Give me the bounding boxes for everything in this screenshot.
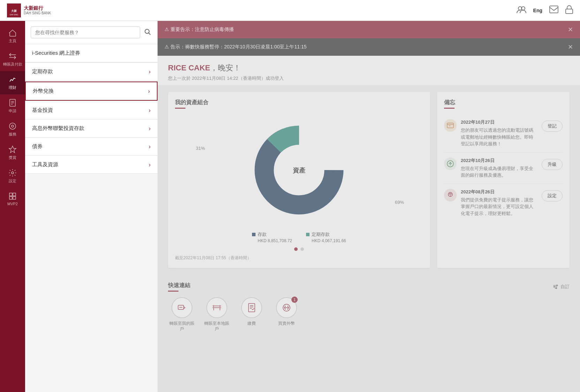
chevron-right-icon-tools: › xyxy=(149,162,151,168)
sidebar-item-home[interactable]: 主頁 xyxy=(0,24,25,48)
chevron-right-icon-bond: › xyxy=(149,144,151,150)
menu-item-fx-exchange[interactable]: 外幣兌換 › xyxy=(25,82,158,101)
top-header: 大新 DAH SING 大新銀行 DAH SING BANK Eng xyxy=(0,0,580,21)
menu-item-i-securities[interactable]: i-Securities 網上證券 xyxy=(25,44,158,62)
lock-icon[interactable] xyxy=(565,5,573,16)
menu-item-bond[interactable]: 債券 › xyxy=(25,138,158,156)
svg-text:大新: 大新 xyxy=(11,9,17,13)
svg-rect-16 xyxy=(13,193,16,196)
sidebar-item-rewards[interactable]: 獎賞 xyxy=(0,141,25,164)
bank-name-cn: 大新銀行 xyxy=(24,5,51,11)
svg-text:DAH SING: DAH SING xyxy=(10,14,18,16)
menu-item-fixed-deposit[interactable]: 定期存款 › xyxy=(25,63,158,81)
menu-item-hicash[interactable]: 高息外幣聯繫投資存款 › xyxy=(25,120,158,138)
svg-rect-18 xyxy=(13,197,16,199)
svg-rect-15 xyxy=(9,193,12,196)
finance-dropdown-panel: i-Securities 網上證券 定期存款 › 外幣兌換 › 基金投資 › 高… xyxy=(25,21,158,392)
chevron-right-icon: › xyxy=(149,69,151,75)
language-button[interactable]: Eng xyxy=(533,8,542,13)
sidebar-item-finance[interactable]: 理財 xyxy=(0,71,25,94)
search-input[interactable] xyxy=(31,26,140,38)
sidebar-item-transfer[interactable]: 轉賬及付款 xyxy=(0,48,25,71)
menu-item-fund[interactable]: 基金投資 › xyxy=(25,101,158,120)
svg-marker-13 xyxy=(9,146,16,153)
sidebar-item-apply[interactable]: 申請 xyxy=(0,94,25,118)
bank-logo: 大新 DAH SING 大新銀行 DAH SING BANK xyxy=(7,3,51,17)
sidebar-item-settings[interactable]: 設定 xyxy=(0,164,25,188)
chevron-right-icon-fx: › xyxy=(148,88,150,94)
menu-item-tools[interactable]: 工具及資源 › xyxy=(25,156,158,174)
svg-point-11 xyxy=(9,123,16,129)
chevron-right-icon-hicash: › xyxy=(149,125,151,132)
svg-rect-6 xyxy=(566,9,573,14)
bank-name-en: DAH SING BANK xyxy=(24,11,51,15)
svg-rect-17 xyxy=(9,197,12,199)
overlay-background xyxy=(158,21,580,392)
svg-point-12 xyxy=(12,125,14,127)
svg-rect-5 xyxy=(550,6,558,13)
sidebar-item-mvp2[interactable]: MVP2 xyxy=(0,188,25,210)
search-button[interactable] xyxy=(143,27,152,38)
chevron-right-icon-fund: › xyxy=(149,107,151,114)
mail-icon[interactable] xyxy=(549,6,558,15)
user-group-icon[interactable] xyxy=(517,6,526,15)
sidebar-item-service[interactable]: 服務 xyxy=(0,118,25,141)
svg-line-20 xyxy=(148,33,150,34)
search-bar xyxy=(25,21,158,44)
svg-point-14 xyxy=(12,172,14,174)
header-actions: Eng xyxy=(517,5,573,16)
left-sidebar: 主頁 轉賬及付款 理財 申請 服務 獎賞 xyxy=(0,21,25,392)
